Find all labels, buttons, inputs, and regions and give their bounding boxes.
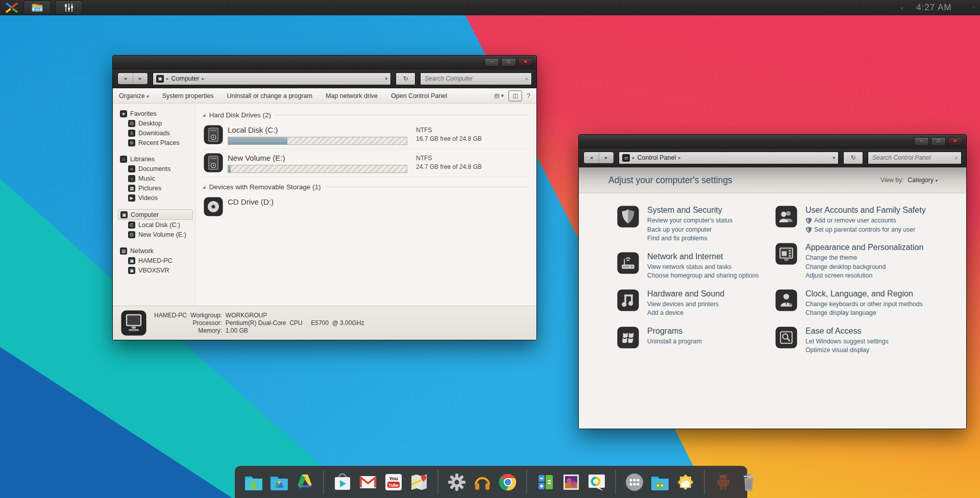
refresh-button[interactable]: ↻ (843, 152, 863, 164)
category-title[interactable]: User Accounts and Family Safety (805, 206, 926, 215)
sidebar-item-hamed-pc[interactable]: ▣ HAMED-PC (113, 256, 195, 265)
android-folder-icon[interactable] (243, 471, 264, 493)
sidebar-item-new-volume-e[interactable]: D New Volume (E:) (113, 230, 195, 239)
chrome-icon[interactable] (497, 471, 519, 493)
nexus-logo-icon[interactable] (4, 2, 19, 14)
router-icon[interactable] (617, 252, 639, 274)
sidebar-item-desktop[interactable]: ⊡ Desktop (113, 118, 195, 128)
sidebar-item-recent-places[interactable]: ↻ Recent Places (113, 138, 195, 147)
map-network-drive-button[interactable]: Map network drive (326, 92, 378, 99)
view-by-dropdown[interactable]: Category ▾ (908, 177, 938, 184)
magnifier-icon[interactable] (775, 327, 797, 348)
sidebar-item-network[interactable]: ▥ Network (113, 246, 195, 256)
category-link[interactable]: Back up your computer (647, 226, 732, 235)
category-link[interactable]: Adjust screen resolution (805, 271, 923, 281)
drive-name[interactable]: CD Drive (D:) (228, 197, 407, 206)
address-bar[interactable]: ⚌ ▸ Control Panel ▸ ▾ (619, 152, 839, 164)
weather-icon[interactable] (675, 471, 696, 493)
category-title[interactable]: Programs (647, 327, 702, 336)
nav-buttons[interactable]: ◂ ▸ (117, 72, 148, 85)
gmail-icon[interactable] (357, 471, 379, 493)
group-header-hard-disks[interactable]: ◢ Hard Disk Drives (2) (203, 111, 529, 119)
open-control-panel-button[interactable]: Open Control Panel (391, 92, 447, 99)
category-link[interactable]: Set up parental controls for any user (805, 226, 926, 235)
nav-buttons[interactable]: ◂ ▸ (583, 152, 614, 164)
sidebar-item-music[interactable]: ♪ Music (113, 173, 195, 183)
category-title[interactable]: Appearance and Personalization (805, 243, 923, 252)
games-folder-icon[interactable] (649, 471, 671, 493)
sidebar-item-videos[interactable]: ▶ Videos (113, 193, 195, 203)
breadcrumb[interactable]: Computer (172, 75, 200, 82)
panel-up-arrow-icon[interactable]: ↑ (972, 5, 975, 11)
category-title[interactable]: Network and Internet (647, 252, 759, 261)
category-title[interactable]: Hardware and Sound (647, 289, 724, 298)
category-link[interactable]: Change the theme (805, 254, 923, 263)
settings-gear-icon[interactable] (446, 471, 468, 493)
category-link[interactable]: Review your computer's status (647, 216, 732, 226)
sidebar-item-favorites[interactable]: ★ Favorites (113, 109, 195, 118)
sidebar-item-pictures[interactable]: ▦ Pictures (113, 183, 195, 193)
category-link[interactable]: Let Windows suggest settings (805, 337, 889, 346)
play-music-icon[interactable] (472, 471, 493, 493)
titlebar[interactable]: – □ ✕ (113, 56, 536, 69)
minimize-button[interactable]: – (914, 137, 929, 146)
views-icon[interactable]: ▤ ▾ (494, 92, 504, 99)
search-icon[interactable]: ⌕ (954, 154, 958, 161)
google-drive-icon[interactable] (294, 471, 315, 493)
windows-logo-icon[interactable] (617, 327, 639, 348)
category-link[interactable]: Choose homegroup and sharing options (647, 271, 759, 281)
breadcrumb-chevron-icon[interactable]: ▸ (678, 155, 681, 160)
category-link[interactable]: Add a device (647, 309, 724, 318)
youtube-icon[interactable]: You Tube (383, 471, 404, 493)
minimize-button[interactable]: – (484, 58, 499, 67)
category-link[interactable]: View devices and printers (647, 300, 724, 309)
search-box[interactable]: ⌕ (420, 72, 532, 85)
sidebar-item-local-disk-c[interactable]: C Local Disk (C:) (113, 220, 195, 230)
group-header-removable[interactable]: ◢ Devices with Removable Storage (1) (203, 183, 529, 191)
address-bar[interactable]: ▣ ▸ Computer ▸ ▾ (153, 72, 391, 85)
search-icon[interactable]: ⌕ (525, 75, 528, 82)
titlebar[interactable]: – □ ✕ (579, 135, 966, 148)
file-manager-button[interactable] (23, 1, 51, 15)
breadcrumb-chevron-icon[interactable]: ▸ (202, 76, 204, 81)
sidebar-item-computer[interactable]: ▣ Computer (118, 209, 193, 220)
maximize-button[interactable]: □ (931, 137, 946, 146)
category-title[interactable]: System and Security (647, 206, 732, 215)
address-dropdown-icon[interactable]: ▾ (832, 155, 835, 160)
collapse-triangle-icon[interactable]: ◢ (203, 113, 205, 117)
category-link[interactable]: Find and fix problems (647, 234, 732, 243)
drive-name[interactable]: New Volume (E:) (228, 154, 407, 162)
gallery-icon[interactable] (560, 471, 582, 493)
sidebar-item-documents[interactable]: ≡ Documents (113, 164, 195, 173)
trash-icon[interactable] (738, 471, 760, 493)
google-maps-icon[interactable] (408, 471, 430, 493)
app-drawer-icon[interactable] (624, 471, 645, 493)
drive-name[interactable]: Local Disk (C:) (228, 126, 407, 134)
calculator-icon[interactable] (535, 471, 556, 493)
category-link[interactable]: View network status and tasks (647, 263, 759, 272)
system-properties-button[interactable]: System properties (162, 92, 214, 99)
search-input[interactable] (871, 154, 952, 162)
display-icon[interactable] (775, 243, 797, 265)
back-icon[interactable]: ◂ (118, 73, 133, 84)
users-icon[interactable] (775, 206, 797, 228)
music-note-icon[interactable] (617, 289, 639, 311)
category-link[interactable]: Add or remove user accounts (805, 216, 926, 226)
category-link[interactable]: Change display language (805, 309, 923, 318)
preview-pane-button[interactable]: ◫ (508, 90, 522, 102)
sidebar-item-downloads[interactable]: ⇩ Downloads (113, 128, 195, 138)
forward-icon[interactable]: ▸ (133, 73, 148, 84)
drive-row-e[interactable]: New Volume (E:) NTFS 24.7 GB free of 24.… (203, 151, 529, 177)
refresh-button[interactable]: ↻ (396, 72, 415, 85)
category-title[interactable]: Clock, Language, and Region (805, 289, 923, 298)
category-link[interactable]: Uninstall a program (647, 337, 702, 346)
search-box[interactable]: ⌕ (868, 152, 962, 164)
currents-icon[interactable] (586, 471, 607, 493)
drive-folder-icon[interactable] (268, 471, 290, 493)
close-button[interactable]: ✕ (948, 137, 963, 146)
forward-icon[interactable]: ▸ (599, 152, 614, 163)
uninstall-button[interactable]: Uninstall or change a program (227, 92, 312, 99)
organize-button[interactable]: Organize ▾ (119, 92, 149, 99)
drive-row-c[interactable]: Local Disk (C:) NTFS 16.7 GB free of 24.… (203, 123, 529, 149)
drive-row-cd[interactable]: CD Drive (D:) (203, 195, 529, 220)
